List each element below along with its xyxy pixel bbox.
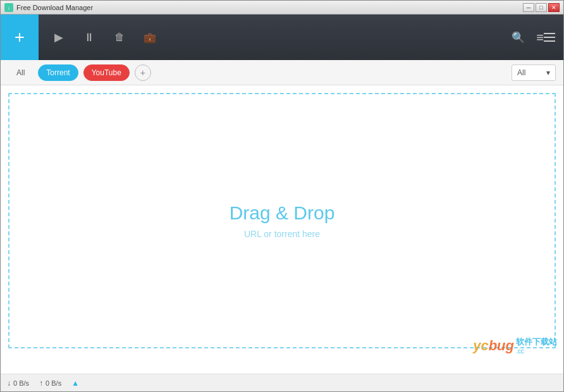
dropdown-arrow-icon: ▾ <box>546 68 550 77</box>
play-button[interactable]: ▶ <box>44 15 74 60</box>
filter-bar: All Torrent YouTube + All ▾ <box>1 60 563 85</box>
maximize-button[interactable]: □ <box>536 3 547 12</box>
upload-speed-value: 0 B/s <box>46 379 61 387</box>
close-button[interactable]: ✕ <box>548 3 560 12</box>
plus-icon: + <box>15 28 25 46</box>
delete-icon: 🗑 <box>114 32 125 43</box>
app-icon-symbol: ↓ <box>8 4 11 11</box>
status-filter-dropdown[interactable]: All ▾ <box>512 64 556 81</box>
toolbar-right: 🔍 ≡ <box>505 25 558 50</box>
toolbar: + ▶ ⏸ 🗑 💼 🔍 ≡ <box>1 15 563 60</box>
drop-subtitle: URL or torrent here <box>244 229 320 239</box>
expand-button[interactable]: ▲ <box>71 379 79 388</box>
window-controls: ─ □ ✕ <box>523 3 560 12</box>
download-speed-value: 0 B/s <box>13 379 29 387</box>
watermark: ycbug 软件下载站 .cc <box>473 336 557 355</box>
svg-rect-2 <box>544 40 555 42</box>
briefcase-icon: 💼 <box>144 32 156 44</box>
main-window: ↓ Free Download Manager ─ □ ✕ + ▶ ⏸ 🗑 💼 … <box>0 0 564 392</box>
delete-button[interactable]: 🗑 <box>104 15 135 60</box>
download-arrow-icon: ↓ <box>7 379 11 388</box>
filter-add-icon: + <box>140 68 145 78</box>
filter-torrent[interactable]: Torrent <box>38 64 78 81</box>
menu-icon: ≡ <box>536 30 544 45</box>
title-bar: ↓ Free Download Manager ─ □ ✕ <box>1 1 563 15</box>
minimize-button[interactable]: ─ <box>523 3 534 12</box>
briefcase-button[interactable]: 💼 <box>135 15 165 60</box>
filter-all-label: All <box>16 68 25 77</box>
filter-youtube[interactable]: YouTube <box>83 64 130 81</box>
hamburger-icon <box>544 33 555 42</box>
app-icon: ↓ <box>4 3 13 12</box>
upload-speed: ↑ 0 B/s <box>39 379 61 388</box>
filter-all[interactable]: All <box>8 64 33 81</box>
drop-title: Drag & Drop <box>230 202 335 224</box>
add-button[interactable]: + <box>1 15 39 60</box>
download-speed: ↓ 0 B/s <box>7 379 29 388</box>
main-content: Drag & Drop URL or torrent here ycbug 软件… <box>1 85 563 374</box>
upload-arrow-icon: ↑ <box>39 379 43 388</box>
filter-youtube-label: YouTube <box>92 68 121 77</box>
pause-button[interactable]: ⏸ <box>74 15 104 60</box>
filter-torrent-label: Torrent <box>46 68 70 77</box>
search-icon: 🔍 <box>512 31 525 44</box>
watermark-text: 软件下载站 <box>516 336 557 348</box>
menu-button[interactable]: ≡ <box>533 25 558 50</box>
watermark-domain: .cc <box>516 348 524 355</box>
watermark-logo: ycbug <box>473 338 514 354</box>
status-filter-label: All <box>517 68 525 77</box>
play-icon: ▶ <box>54 30 63 44</box>
filter-add-button[interactable]: + <box>135 64 151 81</box>
pause-icon: ⏸ <box>83 31 95 44</box>
search-button[interactable]: 🔍 <box>505 25 530 50</box>
status-bar: ↓ 0 B/s ↑ 0 B/s ▲ <box>1 374 563 391</box>
window-title: Free Download Manager <box>16 4 523 11</box>
svg-rect-1 <box>544 37 555 38</box>
drop-zone[interactable]: Drag & Drop URL or torrent here <box>8 93 556 348</box>
svg-rect-0 <box>544 33 555 34</box>
